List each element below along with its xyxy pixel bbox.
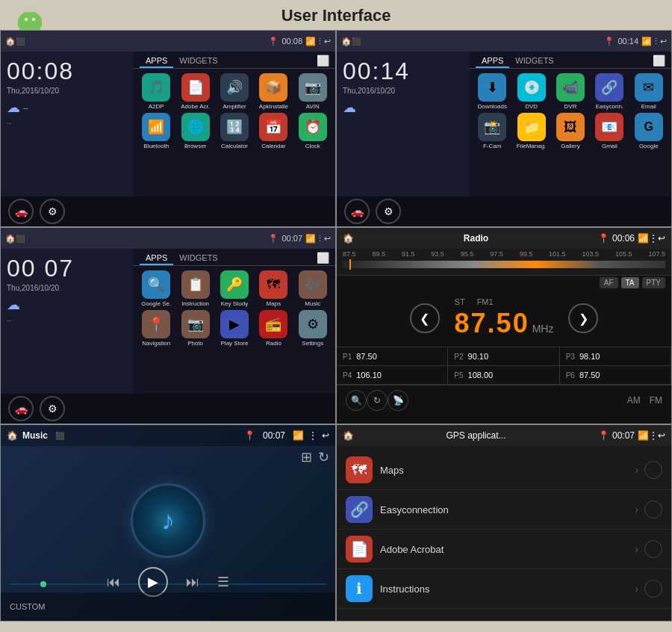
- app-adobe[interactable]: 📄 Adobe Acr.: [177, 73, 213, 110]
- app-apk[interactable]: 📦 ApkInstalle: [255, 73, 291, 110]
- radio-home-icon[interactable]: 🏠: [343, 233, 354, 244]
- dock-settings-btn-3[interactable]: ⚙: [40, 396, 65, 421]
- back-icon-3[interactable]: ↩: [324, 234, 331, 244]
- app-browser[interactable]: 🌐 Browser: [177, 113, 213, 149]
- dock-car-btn-3[interactable]: 🚗: [8, 396, 34, 421]
- app-avin[interactable]: 📷 AVIN: [295, 73, 331, 110]
- gps-detail-btn-easyconn[interactable]: [644, 501, 662, 518]
- radio-scan-btn[interactable]: ↻: [367, 390, 388, 411]
- app-maps[interactable]: 🗺 Maps: [255, 270, 291, 307]
- app-icon-photo: 📷: [181, 310, 210, 338]
- music-list-btn[interactable]: ☰: [217, 574, 229, 590]
- topbar-2: 🏠 ⬛ 📍 00:14 📶 ⋮ ↩: [337, 31, 671, 52]
- gps-item-maps[interactable]: 🗺 Maps ›: [337, 450, 671, 490]
- radio-preset-p1[interactable]: P1 87.50: [337, 347, 448, 366]
- radio-preset-p3[interactable]: P3 98.10: [560, 347, 671, 366]
- dock-car-btn-1[interactable]: 🚗: [8, 199, 34, 224]
- app-easyconn[interactable]: 🔗 Easyconn.: [591, 73, 627, 110]
- app-amplifier[interactable]: 🔊 Amplifier: [217, 73, 252, 110]
- app-label-radio: Radio: [266, 340, 281, 347]
- gps-more-icon[interactable]: ⋮: [649, 430, 658, 441]
- app-bluetooth[interactable]: 📶 Bluetooth: [138, 113, 174, 149]
- expand-icon-1[interactable]: ⬜: [317, 55, 329, 68]
- more-icon-3[interactable]: ⋮: [316, 234, 324, 244]
- app-instruction[interactable]: 📋 Instruction: [177, 270, 213, 307]
- app-a2dp[interactable]: 🎵 A2DP: [138, 73, 174, 110]
- more-icon-1[interactable]: ⋮: [316, 37, 324, 46]
- radio-ta-btn[interactable]: TA: [621, 277, 639, 288]
- home-icon-2[interactable]: 🏠: [341, 37, 352, 46]
- gps-home-icon[interactable]: 🏠: [343, 430, 354, 441]
- apps-tabs-3: APPS WIDGETS ⬜: [134, 249, 335, 266]
- app-navigation[interactable]: 📍 Navigation: [138, 310, 174, 347]
- app-downloads[interactable]: ⬇ Downloads: [474, 73, 510, 110]
- topbar-3: 🏠 ⬛ 📍 00:07 📶 ⋮ ↩: [1, 228, 335, 249]
- app-calculator[interactable]: 🔢 Calculator: [217, 113, 252, 149]
- radio-preset-p6[interactable]: P6 87.50: [560, 366, 671, 385]
- music-back-icon[interactable]: ↩: [322, 430, 329, 441]
- app-calendar[interactable]: 📅 Calendar: [255, 113, 291, 149]
- app-icon-google: G: [635, 113, 663, 141]
- radio-fm-label[interactable]: FM: [650, 395, 662, 406]
- app-clock[interactable]: ⏰ Clock: [295, 113, 331, 149]
- weather-temp-1: --: [23, 104, 28, 112]
- apps-tab-apps-2[interactable]: APPS: [476, 55, 509, 68]
- gps-item-easyconn[interactable]: 🔗 Easyconnection ›: [337, 490, 671, 530]
- radio-prev-btn[interactable]: ❮: [410, 303, 440, 333]
- radio-af-btn[interactable]: AF: [600, 277, 618, 288]
- app-fcam[interactable]: 📸 F-Cam: [474, 113, 510, 149]
- apps-tab-widgets-3[interactable]: WIDGETS: [173, 252, 223, 265]
- gps-detail-btn-adobe[interactable]: [644, 540, 662, 558]
- home-icon-1[interactable]: 🏠: [5, 37, 16, 46]
- radio-back-icon[interactable]: ↩: [658, 233, 665, 244]
- more-icon-2[interactable]: ⋮: [652, 37, 660, 46]
- apps-tab-apps-1[interactable]: APPS: [140, 55, 173, 68]
- home-icon-3[interactable]: 🏠: [5, 234, 16, 244]
- gps-back-icon[interactable]: ↩: [658, 430, 665, 441]
- gps-item-instructions[interactable]: ℹ Instructions ›: [337, 569, 671, 609]
- app-music[interactable]: 🎶 Music: [295, 270, 331, 307]
- music-more-icon[interactable]: ⋮: [308, 430, 317, 441]
- app-playstore[interactable]: ▶ Play Store: [217, 310, 252, 347]
- app-gallery[interactable]: 🖼 Gallery: [553, 113, 588, 149]
- app-gmail[interactable]: 📧 Gmail: [591, 113, 627, 149]
- back-icon-2[interactable]: ↩: [660, 37, 667, 46]
- radio-pty-btn[interactable]: PTY: [642, 277, 665, 288]
- back-icon-1[interactable]: ↩: [324, 37, 331, 46]
- app-email[interactable]: ✉ Email: [631, 73, 667, 110]
- app-photo[interactable]: 📷 Photo: [177, 310, 213, 347]
- dock-settings-btn-1[interactable]: ⚙: [40, 199, 65, 224]
- gps-item-adobe[interactable]: 📄 Adobe Acrobat ›: [337, 530, 671, 569]
- radio-next-btn[interactable]: ❯: [568, 303, 598, 333]
- weather-icon-2: ☁: [343, 99, 356, 116]
- gps-detail-btn-maps[interactable]: [644, 461, 662, 479]
- dock-car-btn-2[interactable]: 🚗: [344, 199, 370, 224]
- app-google[interactable]: G Google: [631, 113, 667, 149]
- radio-more-icon[interactable]: ⋮: [649, 233, 658, 244]
- radio-search-btn[interactable]: 🔍: [346, 390, 367, 411]
- apps-tab-widgets-1[interactable]: WIDGETS: [173, 55, 223, 68]
- apps-tab-widgets-2[interactable]: WIDGETS: [509, 55, 559, 68]
- gps-detail-btn-instructions[interactable]: [644, 580, 662, 598]
- radio-preset-p2[interactable]: P2 90.10: [448, 347, 559, 366]
- app-settings[interactable]: ⚙ Settings: [295, 310, 331, 347]
- radio-am-label[interactable]: AM: [627, 395, 641, 406]
- app-googlesettings[interactable]: 🔍 Google Se.: [138, 270, 174, 307]
- radio-preset-p4[interactable]: P4 106.10: [337, 366, 448, 385]
- music-next-btn[interactable]: ⏭: [186, 574, 199, 590]
- music-prev-btn[interactable]: ⏮: [107, 574, 120, 590]
- app-filemanager[interactable]: 📁 FileManag.: [513, 113, 549, 149]
- app-dvr[interactable]: 📹 DVR: [553, 73, 588, 110]
- music-time: 00:07: [263, 430, 285, 441]
- expand-icon-3[interactable]: ⬜: [317, 252, 329, 265]
- gps-label-maps: Maps: [380, 465, 635, 476]
- app-radio[interactable]: 📻 Radio: [255, 310, 291, 347]
- dock-settings-btn-2[interactable]: ⚙: [376, 199, 401, 224]
- music-home-icon[interactable]: 🏠: [7, 430, 18, 441]
- app-dvd[interactable]: 💿 DVD: [513, 73, 549, 110]
- apps-tab-apps-3[interactable]: APPS: [140, 252, 173, 265]
- expand-icon-2[interactable]: ⬜: [653, 55, 665, 68]
- app-keystudy[interactable]: 🔑 Key Study: [217, 270, 252, 307]
- radio-preset-p5[interactable]: P5 108.00: [448, 366, 559, 385]
- radio-antenna-btn[interactable]: 📡: [388, 390, 408, 411]
